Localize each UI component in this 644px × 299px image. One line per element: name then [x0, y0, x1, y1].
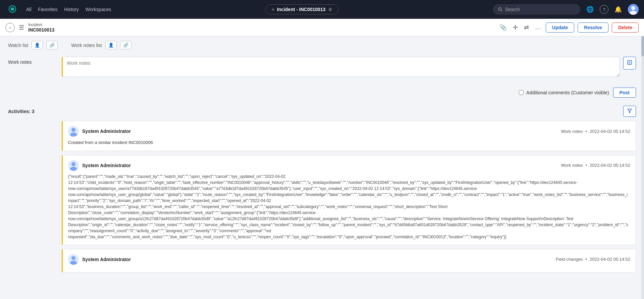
watch-list-person-btn[interactable]: 👤: [32, 41, 43, 49]
nav-all[interactable]: All: [26, 7, 32, 12]
search-bar[interactable]: [493, 4, 580, 14]
settings-icon-btn[interactable]: ⇌: [523, 22, 530, 33]
nav-right: 🌐 ? 🔔: [493, 4, 639, 15]
star-icon[interactable]: ☆: [328, 7, 332, 12]
main-content: Watch list 👤 🔗 Work notes list 👤 🔗 Work …: [0, 36, 644, 299]
activity-user-1: System Administrator: [68, 126, 131, 137]
activity-meta-2: Work notes • 2022-04-02 05:14:52: [561, 163, 630, 168]
activity-meta-1: Work notes • 2022-04-02 05:14:52: [561, 129, 630, 134]
activities-header: Activities: 3: [8, 106, 636, 117]
activity-card-2: System Administrator Work notes • 2022-0…: [62, 155, 636, 245]
template-icon: [627, 60, 632, 65]
activity-time-2: 2022-04-02 05:14:52: [590, 163, 630, 168]
svg-point-14: [71, 128, 75, 132]
breadcrumb-title: Incident: [28, 22, 494, 27]
activity-type-2: Work notes: [561, 163, 583, 168]
back-button[interactable]: ‹: [5, 23, 15, 32]
activity-header-1: System Administrator Work notes • 2022-0…: [68, 126, 630, 137]
breadcrumb: Incident INC0010013: [28, 22, 494, 33]
search-input[interactable]: [505, 7, 575, 12]
plus-icon-btn[interactable]: ✛: [512, 22, 519, 33]
svg-point-6: [631, 6, 635, 10]
watch-list-item: Watch list 👤 🔗: [8, 41, 58, 49]
additional-comments-row: Additional comments (Customer visible) P…: [62, 85, 636, 100]
search-icon: [498, 7, 502, 12]
activities-section: Activities: 3 System A: [8, 106, 636, 272]
menu-icon: ≡: [272, 7, 274, 12]
activity-card-1: System Administrator Work notes • 2022-0…: [62, 121, 636, 151]
user-avatar-2: [68, 160, 79, 171]
watch-list-label: Watch list: [8, 43, 28, 48]
notes-template-btn[interactable]: [623, 57, 636, 69]
activity-dot-1: •: [586, 129, 587, 134]
post-button[interactable]: Post: [613, 88, 636, 98]
additional-comments-label: Additional comments (Customer visible): [526, 90, 609, 95]
delete-button[interactable]: Delete: [612, 22, 639, 33]
user-avatar-3: [68, 254, 79, 265]
work-notes-label: Work notes: [8, 57, 62, 65]
user-avatar-nav[interactable]: [628, 4, 639, 15]
work-notes-control: [62, 57, 636, 77]
svg-line-4: [501, 10, 502, 11]
svg-point-17: [71, 162, 75, 166]
additional-comments-checkbox[interactable]: [519, 90, 524, 95]
activity-type-1: Work notes: [561, 129, 583, 134]
filter-icon: [627, 108, 632, 113]
globe-icon-btn[interactable]: 🌐: [585, 4, 595, 14]
now-logo[interactable]: [5, 4, 19, 15]
scrollbar[interactable]: [641, 36, 644, 299]
activity-body-1: Created from a similar incident INC00100…: [68, 139, 630, 146]
activity-card-3: System Administrator Field changes • 202…: [62, 249, 636, 272]
nav-favorites[interactable]: Favorites: [38, 7, 58, 12]
user-name-2: System Administrator: [82, 163, 131, 168]
activity-body-2: {"result":{"parent":"","made_sla":"true"…: [68, 173, 630, 240]
help-icon-btn[interactable]: ?: [600, 5, 608, 14]
top-navigation: All Favorites History Workspaces ≡ Incid…: [0, 0, 644, 19]
activity-dot-2: •: [586, 163, 587, 168]
more-icon-btn[interactable]: …: [534, 22, 542, 32]
activity-header-3: System Administrator Field changes • 202…: [68, 254, 630, 265]
activities-filter-btn[interactable]: [623, 106, 636, 117]
nav-links: All Favorites History Workspaces: [26, 7, 111, 12]
secondary-toolbar: ‹ ☰ Incident INC0010013 📎 ✛ ⇌ … Update R…: [0, 19, 644, 36]
attachment-icon-btn[interactable]: 📎: [498, 22, 508, 33]
work-notes-link-btn[interactable]: 🔗: [120, 41, 131, 49]
activity-meta-3: Field changes • 2022-04-02 05:14:52: [556, 257, 630, 262]
incident-pill-title: Incident - INC0010013: [277, 7, 326, 12]
nav-center: ≡ Incident - INC0010013 ☆: [118, 4, 486, 14]
nav-workspaces[interactable]: Workspaces: [86, 7, 111, 12]
activity-type-3: Field changes: [556, 257, 583, 262]
bell-icon-btn[interactable]: 🔔: [613, 4, 623, 14]
user-name-1: System Administrator: [82, 129, 131, 134]
activity-user-3: System Administrator: [68, 254, 131, 265]
activity-dot-3: •: [586, 257, 587, 262]
work-notes-input-row: [62, 57, 636, 77]
activity-time-1: 2022-04-02 05:14:52: [590, 129, 630, 134]
activity-user-2: System Administrator: [68, 160, 131, 171]
toolbar-right: 📎 ✛ ⇌ … Update Resolve Delete: [498, 22, 639, 33]
hamburger-icon[interactable]: ☰: [19, 24, 24, 31]
work-notes-textarea[interactable]: [62, 57, 620, 77]
work-notes-person-btn[interactable]: 👤: [105, 41, 117, 49]
svg-point-20: [71, 256, 75, 260]
user-avatar-1: [68, 126, 79, 137]
user-name-3: System Administrator: [82, 257, 131, 262]
svg-marker-12: [628, 109, 632, 113]
work-notes-row: Work notes: [8, 53, 636, 81]
additional-comments-checkbox-label[interactable]: Additional comments (Customer visible): [519, 90, 609, 95]
resolve-button[interactable]: Resolve: [578, 22, 608, 33]
nav-history[interactable]: History: [64, 7, 79, 12]
incident-pill[interactable]: ≡ Incident - INC0010013 ☆: [265, 4, 339, 14]
watch-list-row: Watch list 👤 🔗 Work notes list 👤 🔗: [8, 36, 636, 53]
work-notes-list-label: Work notes list: [71, 43, 102, 48]
update-button[interactable]: Update: [546, 22, 574, 33]
work-notes-list-item: Work notes list 👤 🔗: [71, 41, 131, 49]
activity-header-2: System Administrator Work notes • 2022-0…: [68, 160, 630, 171]
scrollbar-thumb[interactable]: [641, 36, 644, 56]
watch-list-link-btn[interactable]: 🔗: [46, 41, 58, 49]
svg-point-2: [11, 7, 14, 11]
breadcrumb-subtitle: INC0010013: [28, 27, 494, 33]
activities-label: Activities: 3: [8, 109, 62, 114]
activity-time-3: 2022-04-02 05:14:52: [590, 257, 630, 262]
